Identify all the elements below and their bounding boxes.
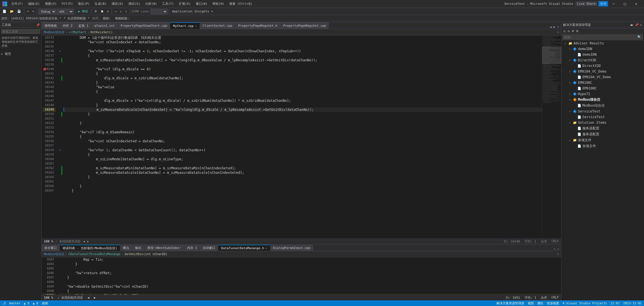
insights-btn[interactable]: Application Insights ▾: [171, 9, 214, 14]
code-line-10261[interactable]: [64, 161, 542, 166]
stop-btn[interactable]: ⏹: [99, 9, 105, 14]
tree-arrow-9[interactable]: ▸: [568, 92, 572, 96]
breadcrumb-method[interactable]: OnYAxisSet(): [90, 30, 113, 34]
tree-item-1[interactable]: ▾🔷demoIDN: [561, 46, 644, 52]
tree-arrow-13[interactable]: [572, 115, 576, 119]
bottom-tab-dt-close[interactable]: ✕: [266, 247, 267, 250]
minimize-btn[interactable]: ─: [608, 0, 619, 8]
tab-propregs-h[interactable]: PropertyPageRegsSet.h: [235, 22, 280, 29]
redo-btn[interactable]: ↪: [31, 9, 36, 14]
tree-arrow-8[interactable]: [572, 86, 576, 90]
step-into-btn[interactable]: ↓: [119, 9, 123, 14]
code-line-10252[interactable]: }: [64, 121, 542, 125]
code-text-area[interactable]: DOM = 1这个循环到这里进行数据回调，找到相关位置 "kw">int nCh…: [62, 35, 542, 238]
tree-arrow-3[interactable]: ▸: [568, 58, 572, 62]
code-line-10256[interactable]: "kw">int nChanIndexSeted = dataChanNo;: [64, 139, 542, 143]
tree-arrow-11[interactable]: [572, 104, 576, 108]
bottom-tab-command[interactable]: 命令窗口: [42, 245, 60, 251]
code-line-10233[interactable]: DOM = 1这个循环到这里进行数据回调，找到相关位置: [64, 35, 542, 40]
tree-item-11[interactable]: 📄Modbus综合仪: [561, 103, 644, 109]
code-line-10260[interactable]: m_szLineMode[dataChanNo] = dlg.m_nLineTy…: [64, 157, 542, 161]
code-line-10251[interactable]: [64, 116, 542, 121]
menu-tools[interactable]: 工具(T): [160, 1, 176, 6]
sol-toolbar-refresh[interactable]: ↻: [567, 29, 570, 33]
simd-dropdown[interactable]: [151, 9, 167, 14]
menu-extensions[interactable]: 扩展(X): [177, 1, 193, 6]
bottom-code-line-1688[interactable]: [59, 280, 561, 284]
bottom-tab-output[interactable]: 输出: [132, 245, 144, 251]
sol-toolbar-settings[interactable]: ⚙: [575, 29, 579, 33]
code-line-10249[interactable]: m_szMeasureDataScale[nChanIndexSet] = "k…: [64, 107, 542, 112]
new-file-btn[interactable]: 📄: [1, 9, 8, 14]
thread-btn[interactable]: 线程:: [101, 15, 112, 21]
restart-btn[interactable]: ↺: [106, 9, 110, 14]
tab-watch1[interactable]: 监视 1: [76, 22, 91, 29]
tree-arrow-15[interactable]: [572, 127, 576, 130]
code-line-10237[interactable]: {: [64, 53, 542, 58]
code-line-10248[interactable]: }: [64, 103, 542, 107]
code-line-10241[interactable]: {: [64, 71, 542, 76]
tab-call-stack[interactable]: 调用堆栈: [42, 22, 60, 29]
tree-arrow-7[interactable]: ▸: [568, 81, 572, 85]
code-line-10254[interactable]: "kw">if (dlg.m_bSameRemain): [64, 130, 542, 134]
bottom-tab-memory1[interactable]: 内存 1: [184, 245, 200, 251]
bottom-method-label[interactable]: GetUnitDiv(int nChanID): [124, 252, 167, 256]
tree-item-17[interactable]: ▸📁杂项文件: [561, 137, 644, 143]
tree-item-7[interactable]: ▸🔷EM9108C: [561, 80, 644, 86]
bottom-code-line-1690[interactable]: {: [59, 289, 561, 293]
code-line-10265[interactable]: [64, 179, 542, 184]
menu-file[interactable]: 文件(F): [9, 1, 25, 6]
nav-prev[interactable]: ◀: [83, 240, 85, 243]
new-editor-btn[interactable]: +: [556, 25, 560, 29]
solution-search-input[interactable]: [564, 35, 637, 39]
tree-arrow-1[interactable]: ▾: [568, 47, 572, 51]
bottom-file-label[interactable]: Modbus综合仪: [44, 252, 64, 256]
code-line-10247[interactable]: dlg.m_dScale = ("kw">int(dlg.m_dScale) /…: [64, 98, 542, 103]
tree-arrow-17[interactable]: ▸: [568, 138, 572, 142]
toolbox-search-input[interactable]: [3, 30, 39, 33]
tree-item-14[interactable]: ▸📁Solution Items: [561, 120, 644, 125]
bottom-code-line-1687[interactable]: }: [59, 275, 561, 280]
tree-item-15[interactable]: 📄服务器配置: [561, 125, 644, 131]
tree-arrow-2[interactable]: [572, 53, 576, 57]
code-line-10244[interactable]: "kw">else: [64, 85, 542, 89]
menu-git[interactable]: Git(G): [60, 1, 75, 6]
lifecycle-btn[interactable]: * 生态照明框架 *: [62, 15, 91, 21]
undo-btn[interactable]: ↩: [26, 9, 30, 14]
code-line-10239[interactable]: [64, 62, 542, 67]
save-btn[interactable]: 💾: [16, 9, 22, 14]
bottom-code-area[interactable]: 1683168416851686168716881689169016911692…: [42, 257, 561, 295]
breadcrumb-file[interactable]: Modbus综合仪: [44, 30, 64, 34]
breadcrumb-expand-btn[interactable]: +: [557, 30, 559, 34]
bottom-code-line-1691[interactable]: "kw">return m_fUnitDiv[nChanID];: [59, 293, 561, 295]
bottom-class-label[interactable]: CDataTunnelThreadDataManange: [68, 252, 120, 256]
stack-btn[interactable]: 堆栈框架:: [114, 15, 131, 21]
code-line-10246[interactable]: [64, 94, 542, 98]
bottom-tab-errors[interactable]: 错误列表 - 当前项目(Modbus综合仪): [60, 245, 120, 251]
tab-clientsocket[interactable]: ClientSocket.cpp: [200, 22, 235, 29]
sol-exp-close[interactable]: ✕: [640, 23, 642, 26]
menu-edit[interactable]: 编辑(E): [26, 1, 42, 6]
code-line-10267[interactable]: }: [64, 188, 542, 193]
code-line-10262[interactable]: m_szMeasureDataMin[dataChanNo] = m_szMea…: [64, 166, 542, 170]
menu-project[interactable]: 项目(P): [76, 1, 92, 6]
menu-search[interactable]: 搜索 (Ctrl+Q): [227, 1, 255, 6]
code-line-10250[interactable]: }: [64, 112, 542, 116]
menu-window[interactable]: 窗口(W): [194, 1, 210, 6]
status-resource-view[interactable]: 资源视图: [547, 301, 559, 305]
sol-exp-btn1[interactable]: ◀▶: [629, 23, 634, 26]
step-out-btn[interactable]: ↑: [124, 9, 128, 14]
bottom-close-panel-btn[interactable]: ✕: [556, 247, 560, 251]
tree-arrow-6[interactable]: [572, 75, 576, 79]
menu-debug[interactable]: 调试(D): [109, 1, 126, 6]
tree-item-4[interactable]: 📄DirectX3D: [561, 63, 644, 69]
minimap[interactable]: [542, 35, 561, 238]
bottom-new-tab-btn[interactable]: +: [553, 247, 557, 251]
code-line-10253[interactable]: [64, 125, 542, 130]
code-line-10257[interactable]: [64, 143, 542, 148]
tree-arrow-4[interactable]: [572, 64, 576, 68]
code-line-10258[interactable]: "kw">for (; dataChanNo < GetDataChanCoun…: [64, 148, 542, 152]
close-btn[interactable]: ✕: [631, 0, 642, 8]
tree-item-12[interactable]: ▾🔷ServiceTest: [561, 109, 644, 114]
breadcrumb-class[interactable]: CMyChart: [71, 30, 86, 34]
